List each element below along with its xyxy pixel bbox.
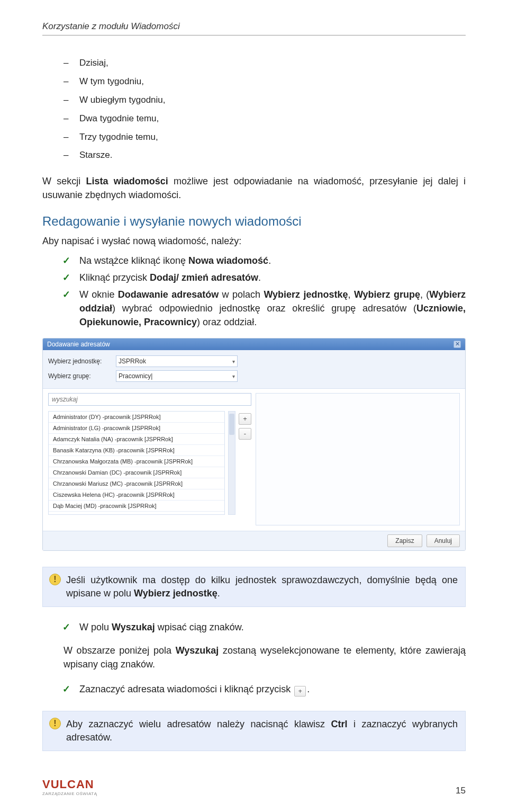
dialog-body: Administrator (DY) -pracownik [JSPRRok] …	[43, 389, 465, 531]
text: W sekcji	[42, 176, 86, 186]
cancel-button[interactable]: Anuluj	[427, 534, 460, 547]
text: ,	[348, 289, 353, 300]
group-label: Wybierz grupę:	[48, 372, 112, 380]
list-item: W tym tygodniu,	[79, 73, 466, 91]
bold-text: Wybierz jednostkę	[264, 289, 348, 300]
step-item: ✓ W oknie Dodawanie adresatów w polach W…	[79, 286, 466, 331]
text: W polu	[79, 622, 112, 632]
text: .	[268, 255, 271, 266]
paragraph: W obszarze poniżej pola Wyszukaj zostaną…	[42, 644, 466, 671]
list-item[interactable]: Administrator (DY) -pracownik [JSPRRok]	[49, 412, 224, 423]
text: Na wstążce kliknąć ikonę	[79, 255, 188, 266]
text: Jeśli użytkownik ma dostęp do kilku jedn…	[66, 575, 458, 599]
list-item: Dwa tygodnie temu,	[79, 110, 466, 128]
check-icon: ✓	[62, 271, 70, 284]
close-icon[interactable]: ✕	[453, 341, 461, 348]
step-item: ✓ Kliknąć przycisk Dodaj/ zmień adresató…	[79, 269, 466, 286]
paragraph: W sekcji Lista wiadomości możliwe jest o…	[42, 174, 466, 202]
list-item: W ubiegłym tygodniu,	[79, 91, 466, 110]
chevron-down-icon: ▾	[232, 373, 235, 379]
check-icon: ✓	[62, 254, 70, 267]
list-item: Dzisiaj,	[79, 54, 466, 73]
search-input[interactable]	[48, 393, 251, 406]
bold-text: Ctrl	[331, 719, 348, 729]
unit-select[interactable]: JSPRRok ▾	[116, 355, 238, 367]
bold-text: Nowa wiadomość	[188, 255, 268, 266]
paragraph: Aby napisać i wysłać nową wiadomość, nal…	[42, 234, 466, 248]
bold-text: Dodaj/ zmień adresatów	[150, 272, 258, 283]
text: Zaznaczyć adresata wiadomości i kliknąć …	[79, 684, 293, 694]
check-icon: ✓	[62, 288, 70, 301]
logo-text: VULCAN	[42, 778, 94, 791]
selected-list	[256, 393, 460, 525]
text: , (	[420, 289, 429, 300]
scroll-thumb[interactable]	[229, 414, 234, 435]
text: .	[307, 684, 310, 694]
info-icon: !	[49, 718, 61, 729]
text: W oknie	[79, 289, 118, 300]
bold-text: Dodawanie adresatów	[118, 289, 219, 300]
list-item[interactable]: Banasik Katarzyna (KB) -pracownik [JSPRR…	[49, 445, 224, 456]
add-button[interactable]: +	[239, 413, 251, 425]
list-item[interactable]: Ciszewska Helena (HC) -pracownik [JSPRRo…	[49, 489, 224, 501]
text: .	[217, 588, 220, 599]
group-value: Pracownicy|	[119, 372, 152, 380]
text: ) oraz oddział.	[197, 317, 257, 327]
text: .	[258, 272, 261, 283]
list-item[interactable]: Chrzanowski Mariusz (MC) -pracownik [JSP…	[49, 478, 224, 489]
scrollbar[interactable]	[228, 411, 235, 515]
chevron-down-icon: ▾	[232, 359, 235, 364]
bold-text: Lista wiadomości	[86, 176, 168, 186]
step-item: ✓ Zaznaczyć adresata wiadomości i klikną…	[79, 681, 466, 698]
dialog-form: Wybierz jednostkę: JSPRRok ▾ Wybierz gru…	[43, 350, 465, 389]
list-item[interactable]: Chrzanowska Małgorzata (MB) -pracownik […	[49, 456, 224, 467]
dialog-titlebar: Dodawanie adresatów ✕	[43, 338, 465, 350]
section-heading: Redagowanie i wysyłanie nowych wiadomośc…	[42, 214, 466, 229]
dialog-footer: Zapisz Anuluj	[43, 531, 465, 550]
bold-text: Wybierz grupę	[354, 289, 420, 300]
group-select[interactable]: Pracownicy| ▾	[116, 370, 238, 382]
text: W obszarze poniżej pola	[64, 645, 176, 656]
check-icon: ✓	[62, 682, 70, 696]
save-button[interactable]: Zapisz	[387, 534, 422, 547]
info-note: ! Jeśli użytkownik ma dostęp do kilku je…	[42, 567, 466, 607]
recipients-list[interactable]: Administrator (DY) -pracownik [JSPRRok] …	[48, 411, 225, 515]
steps-list: ✓ Na wstążce kliknąć ikonę Nowa wiadomoś…	[42, 252, 466, 331]
unit-label: Wybierz jednostkę:	[48, 358, 112, 365]
header-divider	[42, 35, 466, 35]
check-icon: ✓	[62, 620, 70, 634]
bold-text: Wyszukaj	[112, 622, 155, 632]
step-item: ✓ W polu Wyszukaj wpisać ciąg znaków.	[79, 619, 466, 636]
dialog-title: Dodawanie adresatów	[47, 341, 110, 348]
steps-list-3: ✓ Zaznaczyć adresata wiadomości i klikną…	[42, 681, 466, 698]
page-number: 15	[456, 786, 466, 796]
list-item: Trzy tygodnie temu,	[79, 128, 466, 147]
text: Kliknąć przycisk	[79, 272, 150, 283]
text: w polach	[219, 289, 264, 300]
steps-list-2: ✓ W polu Wyszukaj wpisać ciąg znaków.	[42, 619, 466, 636]
list-item: Starsze.	[79, 146, 466, 165]
plus-button-icon: +	[294, 686, 306, 697]
text: Aby zaznaczyć wielu adresatów należy nac…	[66, 719, 331, 729]
list-item[interactable]: Adamczyk Natalia (NA) -pracownik [JSPRRo…	[49, 434, 224, 445]
bold-text: Wybierz jednostkę	[134, 588, 217, 599]
running-header: Korzystanie z modułu Wiadomości	[42, 21, 466, 32]
dialog-screenshot: Dodawanie adresatów ✕ Wybierz jednostkę:…	[42, 338, 466, 551]
step-item: ✓ Na wstążce kliknąć ikonę Nowa wiadomoś…	[79, 252, 466, 269]
time-range-list: Dzisiaj, W tym tygodniu, W ubiegłym tygo…	[42, 54, 466, 165]
remove-button[interactable]: -	[239, 428, 251, 440]
list-item[interactable]: Dąb Maciej (MD) -pracownik [JSPRRok]	[49, 501, 224, 512]
info-note-2: ! Aby zaznaczyć wielu adresatów należy n…	[42, 711, 466, 751]
text: wpisać ciąg znaków.	[155, 622, 244, 632]
info-icon: !	[49, 574, 61, 585]
vulcan-logo: VULCAN ZARZĄDZANIE OŚWIATĄ	[42, 778, 97, 796]
unit-value: JSPRRok	[119, 358, 146, 365]
list-item[interactable]: Chrzanowski Damian (DC) -pracownik [JSPR…	[49, 467, 224, 478]
page-footer: VULCAN ZARZĄDZANIE OŚWIATĄ 15	[42, 778, 466, 796]
list-item[interactable]: Administrator (LG) -pracownik [JSPRRok]	[49, 423, 224, 434]
logo-tagline: ZARZĄDZANIE OŚWIATĄ	[42, 791, 97, 796]
text: ) wybrać odpowiednio jednostkę oraz okre…	[112, 303, 416, 314]
bold-text: Wyszukaj	[176, 645, 219, 656]
